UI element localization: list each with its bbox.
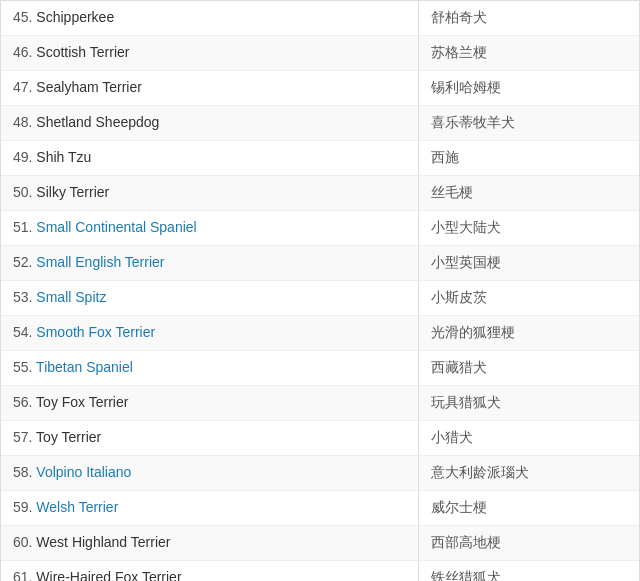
table-row: 48. Shetland Sheepdog喜乐蒂牧羊犬 [1,106,639,141]
breed-number: 54. [13,324,36,340]
table-row: 57. Toy Terrier小猎犬 [1,421,639,456]
table-row: 61. Wire-Haired Fox Terrier铁丝猎狐犬 [1,561,639,581]
breed-name: Sealyham Terrier [36,79,142,95]
breed-chinese: 舒柏奇犬 [419,1,639,35]
breed-english: 49. Shih Tzu [1,141,419,175]
breed-name: Toy Terrier [36,429,101,445]
breed-chinese: 苏格兰梗 [419,36,639,70]
breed-number: 53. [13,289,36,305]
breed-name-link[interactable]: Small Spitz [36,289,106,305]
breed-name: Wire-Haired Fox Terrier [36,569,181,581]
breed-number: 46. [13,44,36,60]
breed-english: 52. Small English Terrier [1,246,419,280]
breed-name: Shih Tzu [36,149,91,165]
breed-name-link[interactable]: Small Continental Spaniel [36,219,196,235]
breed-chinese: 喜乐蒂牧羊犬 [419,106,639,140]
breed-name-link[interactable]: Small English Terrier [36,254,164,270]
breed-english: 55. Tibetan Spaniel [1,351,419,385]
breed-english: 47. Sealyham Terrier [1,71,419,105]
breed-number: 45. [13,9,36,25]
table-row: 60. West Highland Terrier西部高地梗 [1,526,639,561]
table-row: 59. Welsh Terrier威尔士梗 [1,491,639,526]
breed-english: 54. Smooth Fox Terrier [1,316,419,350]
breed-english: 59. Welsh Terrier [1,491,419,525]
breed-number: 50. [13,184,36,200]
breed-chinese: 小型大陆犬 [419,211,639,245]
breed-chinese: 小型英国梗 [419,246,639,280]
table-row: 46. Scottish Terrier苏格兰梗 [1,36,639,71]
breed-name: Shetland Sheepdog [36,114,159,130]
breed-name: Schipperkee [36,9,114,25]
breed-chinese: 威尔士梗 [419,491,639,525]
breed-table: 45. Schipperkee舒柏奇犬46. Scottish Terrier苏… [0,0,640,581]
breed-english: 51. Small Continental Spaniel [1,211,419,245]
table-row: 55. Tibetan Spaniel西藏猎犬 [1,351,639,386]
breed-chinese: 小猎犬 [419,421,639,455]
breed-chinese: 小斯皮茨 [419,281,639,315]
breed-number: 57. [13,429,36,445]
breed-name-link[interactable]: Welsh Terrier [36,499,118,515]
breed-chinese: 意大利龄派瑙犬 [419,456,639,490]
table-row: 53. Small Spitz小斯皮茨 [1,281,639,316]
breed-name-link[interactable]: Volpino Italiano [36,464,131,480]
table-row: 52. Small English Terrier小型英国梗 [1,246,639,281]
breed-number: 56. [13,394,36,410]
breed-name: Scottish Terrier [36,44,129,60]
breed-name-link[interactable]: Smooth Fox Terrier [36,324,155,340]
table-row: 58. Volpino Italiano意大利龄派瑙犬 [1,456,639,491]
table-row: 45. Schipperkee舒柏奇犬 [1,1,639,36]
breed-chinese: 西部高地梗 [419,526,639,560]
breed-english: 57. Toy Terrier [1,421,419,455]
breed-chinese: 锡利哈姆梗 [419,71,639,105]
table-row: 54. Smooth Fox Terrier光滑的狐狸梗 [1,316,639,351]
breed-number: 59. [13,499,36,515]
breed-number: 61. [13,569,36,581]
breed-english: 61. Wire-Haired Fox Terrier [1,561,419,581]
breed-number: 48. [13,114,36,130]
breed-name: West Highland Terrier [36,534,170,550]
breed-name-link[interactable]: Tibetan Spaniel [36,359,133,375]
breed-number: 55. [13,359,36,375]
breed-english: 53. Small Spitz [1,281,419,315]
breed-number: 49. [13,149,36,165]
table-row: 56. Toy Fox Terrier玩具猎狐犬 [1,386,639,421]
breed-number: 60. [13,534,36,550]
breed-number: 47. [13,79,36,95]
breed-name: Toy Fox Terrier [36,394,128,410]
breed-number: 52. [13,254,36,270]
breed-chinese: 西藏猎犬 [419,351,639,385]
breed-english: 50. Silky Terrier [1,176,419,210]
breed-english: 48. Shetland Sheepdog [1,106,419,140]
breed-chinese: 铁丝猎狐犬 [419,561,639,581]
breed-english: 58. Volpino Italiano [1,456,419,490]
breed-number: 51. [13,219,36,235]
breed-chinese: 玩具猎狐犬 [419,386,639,420]
breed-english: 56. Toy Fox Terrier [1,386,419,420]
breed-number: 58. [13,464,36,480]
breed-english: 60. West Highland Terrier [1,526,419,560]
table-row: 50. Silky Terrier丝毛梗 [1,176,639,211]
breed-english: 46. Scottish Terrier [1,36,419,70]
breed-name: Silky Terrier [36,184,109,200]
breed-chinese: 丝毛梗 [419,176,639,210]
table-row: 49. Shih Tzu西施 [1,141,639,176]
table-row: 51. Small Continental Spaniel小型大陆犬 [1,211,639,246]
breed-chinese: 光滑的狐狸梗 [419,316,639,350]
breed-chinese: 西施 [419,141,639,175]
breed-english: 45. Schipperkee [1,1,419,35]
table-row: 47. Sealyham Terrier锡利哈姆梗 [1,71,639,106]
